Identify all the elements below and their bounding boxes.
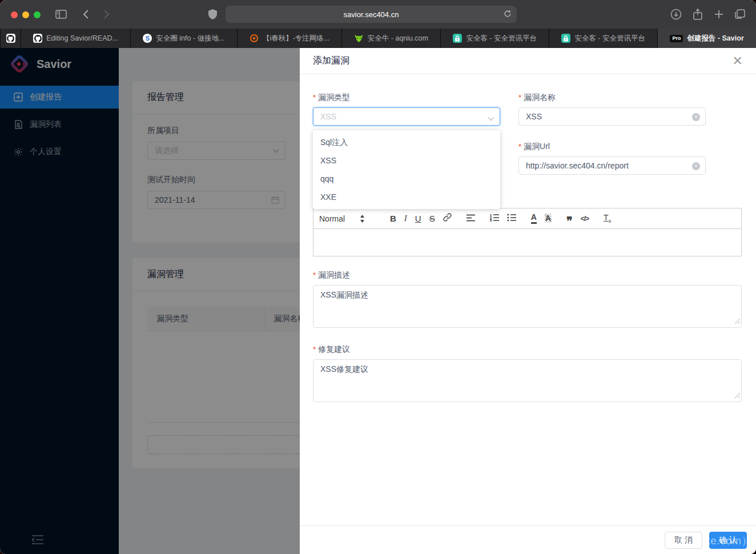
new-tab-icon[interactable]	[712, 7, 726, 21]
fix-advice-label: 修复建议	[313, 344, 742, 356]
back-icon[interactable]	[79, 7, 93, 21]
resize-grip-icon[interactable]	[735, 390, 740, 400]
anquanke-lock-icon	[561, 34, 570, 43]
add-vuln-modal: 添加漏洞 ✕ 漏洞类型 XSS Sql注入 XSS qqq XXE	[300, 48, 756, 554]
picker-arrows-icon	[360, 215, 365, 223]
vuln-desc-textarea-wrap: XSS漏洞描述	[313, 285, 742, 328]
link-icon[interactable]	[443, 213, 452, 224]
dropdown-option[interactable]: Sql注入	[313, 133, 500, 151]
tab-anquanquan[interactable]: S 安全圈 info - 做接地...	[130, 29, 237, 48]
format-picker[interactable]: Normal	[319, 214, 374, 223]
tab-label: 安全客 - 安全资讯平台	[466, 34, 537, 43]
tab-label: 安全客 - 安全资讯平台	[574, 34, 645, 43]
minimize-window-button[interactable]	[22, 11, 29, 18]
pro-badge: Pro	[670, 35, 683, 42]
url-text: savior.sec404.cn	[344, 10, 399, 19]
dropdown-option[interactable]: qqq	[313, 170, 500, 188]
close-window-button[interactable]	[11, 11, 18, 18]
dropdown-option[interactable]: XSS	[313, 151, 500, 170]
downloads-icon[interactable]	[669, 7, 683, 21]
vuln-name-input[interactable]	[519, 112, 705, 121]
chevron-down-icon	[488, 113, 494, 123]
clear-input-icon[interactable]: ×	[692, 113, 700, 121]
modal-title: 添加漏洞	[313, 55, 733, 67]
italic-icon[interactable]: I	[404, 214, 407, 223]
code-block-icon[interactable]: </>	[581, 215, 589, 223]
tab-github-editing[interactable]: Editing Savior/READ...	[21, 29, 130, 48]
modal-header: 添加漏洞 ✕	[300, 48, 756, 74]
vuln-type-label: 漏洞类型	[313, 93, 500, 104]
fix-advice-textarea[interactable]: XSS修复建议	[313, 360, 741, 402]
tab-ichunqiu[interactable]: 【i春秋】-专注网络...	[237, 29, 342, 48]
anquanke-lock-icon	[453, 34, 462, 43]
privacy-shield-icon[interactable]	[206, 7, 219, 21]
browser-window: savior.sec404.cn	[0, 0, 756, 554]
tab-aqniu[interactable]: 安全牛 - aqniu.com	[341, 29, 440, 48]
cancel-button[interactable]: 取 消	[665, 532, 702, 549]
underline-icon[interactable]: U	[415, 214, 421, 223]
fullscreen-window-button[interactable]	[34, 11, 41, 18]
anquanquan-icon: S	[143, 34, 152, 43]
vuln-desc-group: 漏洞描述 XSS漏洞描述	[313, 270, 742, 328]
close-icon[interactable]: ✕	[733, 55, 743, 67]
strikethrough-icon[interactable]: S	[429, 214, 435, 223]
browser-chrome: savior.sec404.cn	[0, 0, 756, 29]
editor-content-area[interactable]	[313, 229, 742, 256]
vuln-type-group: 漏洞类型 XSS Sql注入 XSS qqq XXE	[313, 93, 500, 126]
github-icon	[6, 34, 15, 43]
svg-text:3: 3	[490, 219, 492, 222]
clear-input-icon[interactable]: ×	[692, 162, 700, 170]
tab-bar: Editing Savior/READ... S 安全圈 info - 做接地.…	[0, 29, 756, 48]
toggle-sidebar-icon[interactable]	[54, 7, 68, 21]
vuln-url-group: 漏洞Url ×	[518, 142, 706, 175]
resize-grip-icon[interactable]	[735, 316, 740, 326]
tab-label: 【i春秋】-专注网络...	[263, 34, 329, 43]
vuln-url-input[interactable]	[519, 161, 705, 170]
app-area: Savior 创建报告 漏洞列表 个人设置	[0, 48, 756, 554]
github-icon	[33, 34, 42, 43]
align-icon[interactable]	[467, 214, 475, 224]
vuln-url-input-wrap: ×	[518, 156, 706, 175]
vuln-desc-textarea[interactable]: XSS漏洞描述	[313, 286, 741, 327]
text-color-icon[interactable]: A	[531, 213, 537, 223]
tab-overview-icon[interactable]	[733, 7, 747, 21]
bullet-list-icon[interactable]	[507, 214, 516, 224]
vuln-desc-label: 漏洞描述	[313, 270, 742, 282]
reload-icon[interactable]	[504, 9, 512, 20]
ordered-list-icon[interactable]: 123	[490, 214, 499, 224]
vuln-type-dropdown: Sql注入 XSS qqq XXE	[313, 130, 500, 209]
modal-footer: 取 消 确 认	[300, 525, 756, 554]
bold-icon[interactable]: B	[390, 214, 396, 223]
editor-toolbar: Normal B I U S	[313, 208, 742, 229]
fix-advice-textarea-wrap: XSS修复建议	[313, 359, 742, 402]
blockquote-icon[interactable]: ❞	[566, 213, 573, 224]
tab-label: 安全牛 - aqniu.com	[368, 34, 428, 43]
forward-icon[interactable]	[99, 7, 113, 21]
confirm-button[interactable]: 确 认	[709, 532, 747, 549]
vuln-type-select[interactable]: XSS	[313, 107, 500, 126]
vuln-name-group: 漏洞名称 ×	[518, 93, 706, 126]
vuln-name-label: 漏洞名称	[518, 93, 706, 104]
vuln-name-input-wrap: ×	[518, 107, 706, 126]
highlight-color-icon[interactable]: A	[545, 214, 552, 223]
rich-text-editor: Normal B I U S	[313, 208, 742, 256]
aqniu-bull-icon	[355, 34, 364, 43]
tab-pinned-github[interactable]	[0, 29, 21, 48]
fix-advice-group: 修复建议 XSS修复建议	[313, 344, 742, 402]
tab-label: Editing Savior/READ...	[46, 34, 118, 42]
vuln-url-label: 漏洞Url	[518, 142, 706, 153]
format-picker-label: Normal	[319, 214, 345, 223]
tab-savior-active[interactable]: Pro 创建报告 - Savior	[657, 29, 756, 48]
tab-anquanke-2[interactable]: 安全客 - 安全资讯平台	[549, 29, 657, 48]
tab-anquanke-1[interactable]: 安全客 - 安全资讯平台	[440, 29, 549, 48]
select-placeholder: XSS	[313, 112, 500, 121]
share-icon[interactable]	[691, 7, 705, 21]
ichunqiu-icon	[250, 34, 259, 43]
clear-format-icon[interactable]: Tx	[604, 213, 611, 224]
tab-label: 安全圈 info - 做接地...	[156, 34, 224, 43]
tab-label: 创建报告 - Savior	[687, 34, 743, 43]
url-bar[interactable]: savior.sec404.cn	[226, 6, 517, 23]
dropdown-option[interactable]: XXE	[313, 188, 500, 206]
